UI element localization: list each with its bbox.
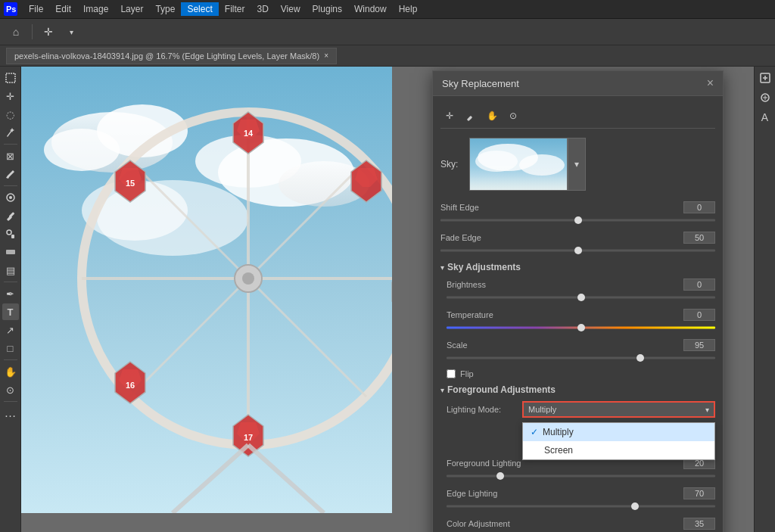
tool-eyedropper[interactable] — [2, 166, 19, 182]
tool-more[interactable]: … — [2, 405, 19, 422]
dialog-tool-move[interactable]: ✛ — [440, 107, 459, 125]
sky-chevron-icon: ▾ — [574, 159, 579, 170]
menu-filter[interactable]: Filter — [219, 2, 251, 16]
tool-magic-wand[interactable] — [2, 124, 19, 141]
tool-separator-4 — [4, 359, 17, 360]
tools-panel: ✛ ◌ ⊠ ▤ ✒ T ↗ □ ✋ ⊙ … — [0, 67, 21, 532]
svg-point-44 — [475, 151, 518, 172]
tool-path-select[interactable]: ↗ — [2, 322, 19, 338]
menu-help[interactable]: Help — [393, 2, 424, 16]
option-multiply[interactable]: ✓ Multiply — [523, 423, 714, 441]
tool-rect-marquee[interactable] — [2, 70, 19, 86]
menu-layer[interactable]: Layer — [114, 2, 149, 16]
foreground-adjustments-section[interactable]: ▾ Foreground Adjustments — [440, 384, 715, 395]
tool-move[interactable]: ✛ — [2, 88, 19, 104]
tool-type[interactable]: T — [2, 303, 19, 320]
sky-adjustments-section[interactable]: ▾ Sky Adjustments — [440, 262, 715, 272]
svg-point-45 — [519, 154, 565, 176]
svg-text:17: 17 — [244, 433, 253, 442]
doc-tab[interactable]: pexels-elina-volkova-18403914.jpg @ 16.7… — [6, 48, 337, 64]
foreground-lighting-slider[interactable] — [447, 472, 715, 480]
svg-rect-7 — [11, 235, 14, 238]
tool-crop[interactable]: ⊠ — [2, 148, 19, 164]
scale-label: Scale — [447, 341, 468, 350]
svg-rect-8 — [6, 250, 15, 254]
edge-lighting-input[interactable] — [683, 487, 715, 499]
doc-tab-label: pexels-elina-volkova-18403914.jpg @ 16.7… — [14, 51, 319, 61]
tool-gradient[interactable]: ▤ — [2, 262, 19, 278]
menu-3d[interactable]: 3D — [251, 2, 274, 16]
sky-dialog-body: ✛ ✋ ⊙ Sky: — [433, 96, 723, 532]
menu-file[interactable]: File — [23, 2, 49, 16]
dialog-tool-hand[interactable]: ✋ — [483, 107, 501, 125]
shift-edge-row: Shift Edge — [440, 201, 715, 224]
sky-preview-row: Sky: — [440, 138, 715, 191]
tool-pen[interactable]: ✒ — [2, 285, 19, 302]
lighting-mode-row: Lighting Mode: Multiply ▾ — [440, 401, 715, 418]
scale-row: Scale — [440, 339, 715, 362]
canvas-scene: 14 15 16 17 — [21, 67, 392, 513]
sky-dropdown-button[interactable]: ▾ — [568, 138, 586, 191]
dialog-tool-zoom[interactable]: ⊙ — [504, 107, 522, 125]
temperature-slider[interactable] — [447, 324, 715, 331]
tool-lasso[interactable]: ◌ — [2, 106, 19, 123]
menu-edit[interactable]: Edit — [49, 2, 77, 16]
brightness-input[interactable] — [683, 278, 715, 291]
sky-dialog-title: Sky Replacement — [442, 78, 519, 89]
tool-brush[interactable] — [2, 207, 19, 224]
main-area: ✛ ◌ ⊠ ▤ ✒ T ↗ □ ✋ ⊙ … — [0, 67, 775, 532]
tool-separator-5 — [4, 401, 17, 402]
move-tool-button[interactable]: ✛ — [39, 22, 58, 42]
option-multiply-label: Multiply — [543, 427, 574, 437]
tabbar: pexels-elina-volkova-18403914.jpg @ 16.7… — [0, 45, 775, 67]
option-screen[interactable]: Screen — [523, 441, 714, 459]
tool-heal[interactable] — [2, 189, 19, 206]
menu-window[interactable]: Window — [348, 2, 393, 16]
shift-edge-input[interactable] — [683, 201, 715, 213]
flip-checkbox[interactable] — [447, 369, 456, 378]
doc-tab-close[interactable]: × — [324, 51, 328, 60]
menu-select[interactable]: Select — [181, 2, 218, 16]
home-icon: ⌂ — [13, 26, 19, 38]
fade-edge-slider[interactable] — [440, 247, 715, 254]
lighting-mode-dropdown[interactable]: Multiply ▾ — [522, 401, 715, 418]
toolbar-separator — [32, 24, 33, 39]
scale-slider[interactable] — [447, 354, 715, 362]
multiply-check-icon: ✓ — [531, 427, 538, 437]
shift-edge-slider[interactable] — [440, 216, 715, 224]
right-tool-2[interactable] — [757, 89, 773, 106]
temperature-input[interactable] — [683, 309, 715, 321]
tool-shape[interactable]: □ — [2, 340, 19, 356]
tool-zoom[interactable]: ⊙ — [2, 381, 19, 398]
home-button[interactable]: ⌂ — [6, 22, 26, 42]
tool-dropdown-button[interactable]: ▾ — [61, 22, 81, 42]
right-tool-3[interactable]: A — [757, 109, 773, 126]
lighting-mode-label: Lighting Mode: — [447, 405, 522, 414]
brightness-slider[interactable] — [447, 294, 715, 301]
tool-eraser[interactable] — [2, 244, 19, 260]
color-adjustment-input[interactable] — [683, 518, 715, 530]
edge-lighting-slider[interactable] — [447, 502, 715, 510]
menu-image[interactable]: Image — [77, 2, 114, 16]
sky-thumbnail — [469, 138, 568, 191]
temperature-label: Temperature — [447, 310, 493, 319]
color-adjustment-label: Color Adjustment — [447, 519, 510, 528]
lighting-mode-chevron: ▾ — [705, 406, 709, 414]
menu-type[interactable]: Type — [149, 2, 181, 16]
tool-clone[interactable] — [2, 226, 19, 242]
menu-plugins[interactable]: Plugins — [307, 2, 348, 16]
sky-dialog-close[interactable]: × — [707, 77, 714, 89]
app-icon: Ps — [3, 2, 18, 17]
dialog-tool-brush[interactable] — [462, 107, 480, 125]
tool-hand[interactable]: ✋ — [2, 363, 19, 380]
sky-label: Sky: — [440, 159, 463, 170]
canvas-area: 14 15 16 17 — [21, 67, 754, 532]
scale-input[interactable] — [683, 339, 715, 351]
right-tool-1[interactable] — [757, 70, 773, 86]
fade-edge-input[interactable] — [683, 232, 715, 244]
menu-view[interactable]: View — [275, 2, 307, 16]
svg-text:Ps: Ps — [6, 5, 16, 14]
svg-rect-2 — [6, 73, 15, 82]
menu-items: File Edit Image Layer Type Select Filter… — [23, 2, 423, 16]
lighting-mode-value: Multiply — [528, 405, 556, 414]
